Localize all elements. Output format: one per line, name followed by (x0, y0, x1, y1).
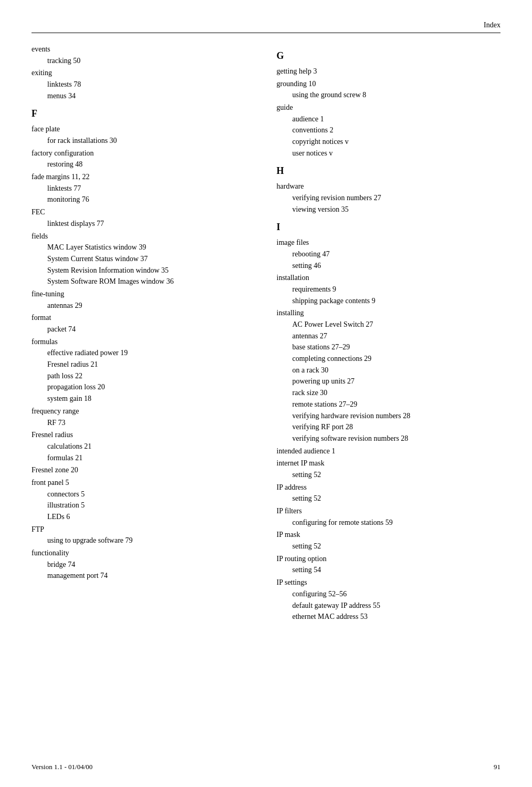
entry-sub: linktests 78 (32, 79, 256, 90)
section-letter-f: F (32, 107, 256, 121)
page-footer: Version 1.1 - 01/04/00 91 (32, 763, 500, 771)
entry-sub: copyright notices v (277, 136, 501, 148)
entry-sub: linktest displays 77 (32, 218, 256, 230)
entry-main: fields (32, 231, 256, 242)
entry-sub: conventions 2 (277, 125, 501, 136)
entry-sub: illustration 5 (32, 500, 256, 511)
entry-main: FTP (32, 524, 256, 535)
entry-group: Fresnel zone 20 (32, 464, 256, 476)
entry-sub: Fresnel radius 21 (32, 359, 256, 370)
entry-group: FEClinktest displays 77 (32, 206, 256, 229)
entry-sub: antennas 27 (277, 330, 501, 342)
entry-sub: menus 34 (32, 90, 256, 102)
entry-sub: verifying software revision numbers 28 (277, 433, 501, 444)
entry-sub: verifying hardware revision numbers 28 (277, 410, 501, 422)
footer-version: Version 1.1 - 01/04/00 (32, 763, 92, 771)
entry-main: frequency range (32, 406, 256, 417)
entry-sub: antennas 29 (32, 300, 256, 312)
entry-group: internet IP masksetting 52 (277, 458, 501, 480)
header-title: Index (484, 21, 500, 29)
footer-page-number: 91 (494, 763, 500, 771)
entry-group: face platefor rack installations 30 (32, 123, 256, 146)
entry-main: Fresnel zone 20 (32, 464, 256, 476)
page: Index eventstracking 50exitinglinktests … (0, 0, 532, 787)
entry-main: events (32, 44, 256, 55)
entry-sub: on a rack 30 (277, 365, 501, 376)
page-header: Index (32, 21, 500, 33)
entry-group: IP filtersconfiguring for remote station… (277, 505, 501, 528)
entry-sub: LEDs 6 (32, 511, 256, 523)
entry-main: IP filters (277, 505, 501, 517)
entry-sub: formulas 21 (32, 452, 256, 464)
entry-group: grounding 10using the ground screw 8 (277, 78, 501, 101)
entry-group: eventstracking 50 (32, 44, 256, 66)
entry-sub: monitoring 76 (32, 194, 256, 205)
entry-main: functionality (32, 547, 256, 559)
entry-sub: propagation loss 20 (32, 381, 256, 393)
entry-group: formulaseffective radiated power 19Fresn… (32, 336, 256, 405)
section-letter-i: I (277, 220, 501, 235)
entry-sub: requirements 9 (277, 284, 501, 295)
entry-group: IP routing optionsetting 54 (277, 553, 501, 576)
entry-group: IP addresssetting 52 (277, 482, 501, 504)
entry-sub: configuring 52–56 (277, 588, 501, 600)
entry-sub: using to upgrade software 79 (32, 535, 256, 546)
entry-main: intended audience 1 (277, 446, 501, 457)
index-columns: eventstracking 50exitinglinktests 78menu… (32, 44, 500, 624)
entry-sub: System Software ROM Images window 36 (32, 276, 256, 287)
section-letter-g: G (277, 49, 501, 64)
entry-group: guideaudience 1conventions 2copyright no… (277, 102, 501, 159)
entry-sub: MAC Layer Statistics window 39 (32, 242, 256, 253)
entry-group: FTPusing to upgrade software 79 (32, 524, 256, 546)
entry-main: factory configuration (32, 148, 256, 159)
entry-sub: rack size 30 (277, 387, 501, 399)
entry-sub: packet 74 (32, 324, 256, 335)
entry-main: format (32, 312, 256, 324)
entry-sub: ethernet MAC address 53 (277, 611, 501, 623)
entry-main: FEC (32, 206, 256, 218)
entry-main: installation (277, 272, 501, 284)
entry-main: formulas (32, 336, 256, 348)
entry-group: functionalitybridge 74management port 74 (32, 547, 256, 582)
entry-sub: rebooting 47 (277, 248, 501, 260)
entry-sub: shipping package contents 9 (277, 295, 501, 307)
entry-sub: restoring 48 (32, 159, 256, 170)
entry-main: IP routing option (277, 553, 501, 565)
entry-sub: AC Power Level Switch 27 (277, 319, 501, 330)
entry-main: internet IP mask (277, 458, 501, 469)
entry-group: image filesrebooting 47setting 46 (277, 237, 501, 271)
entry-group: getting help 3 (277, 66, 501, 77)
section-letter-h: H (277, 164, 501, 179)
entry-group: installingAC Power Level Switch 27antenn… (277, 307, 501, 444)
entry-group: IP settingsconfiguring 52–56default gate… (277, 577, 501, 623)
entry-main: getting help 3 (277, 66, 501, 77)
entry-sub: viewing version 35 (277, 204, 501, 215)
entry-sub: verifying revision numbers 27 (277, 192, 501, 204)
entry-group: intended audience 1 (277, 446, 501, 457)
entry-group: front panel 5connectors 5illustration 5L… (32, 477, 256, 523)
entry-sub: management port 74 (32, 570, 256, 582)
entry-sub: configuring for remote stations 59 (277, 517, 501, 529)
entry-sub: calculations 21 (32, 441, 256, 452)
entry-group: hardwareverifying revision numbers 27vie… (277, 181, 501, 215)
entry-sub: verifying RF port 28 (277, 421, 501, 433)
entry-sub: System Current Status window 37 (32, 253, 256, 265)
entry-main: image files (277, 237, 501, 248)
entry-sub: connectors 5 (32, 489, 256, 500)
entry-sub: using the ground screw 8 (277, 89, 501, 101)
entry-sub: bridge 74 (32, 559, 256, 571)
entry-group: exitinglinktests 78menus 34 (32, 67, 256, 101)
entry-group: fieldsMAC Layer Statistics window 39Syst… (32, 231, 256, 287)
entry-group: formatpacket 74 (32, 312, 256, 335)
entry-sub: path loss 22 (32, 370, 256, 382)
entry-main: installing (277, 307, 501, 319)
entry-main: IP mask (277, 529, 501, 541)
entry-sub: RF 73 (32, 417, 256, 429)
entry-sub: effective radiated power 19 (32, 347, 256, 359)
entry-main: guide (277, 102, 501, 113)
entry-sub: user notices v (277, 148, 501, 159)
entry-main: Fresnel radius (32, 429, 256, 441)
entry-sub: system gain 18 (32, 393, 256, 405)
entry-sub: completing connections 29 (277, 353, 501, 365)
entry-main: face plate (32, 123, 256, 135)
